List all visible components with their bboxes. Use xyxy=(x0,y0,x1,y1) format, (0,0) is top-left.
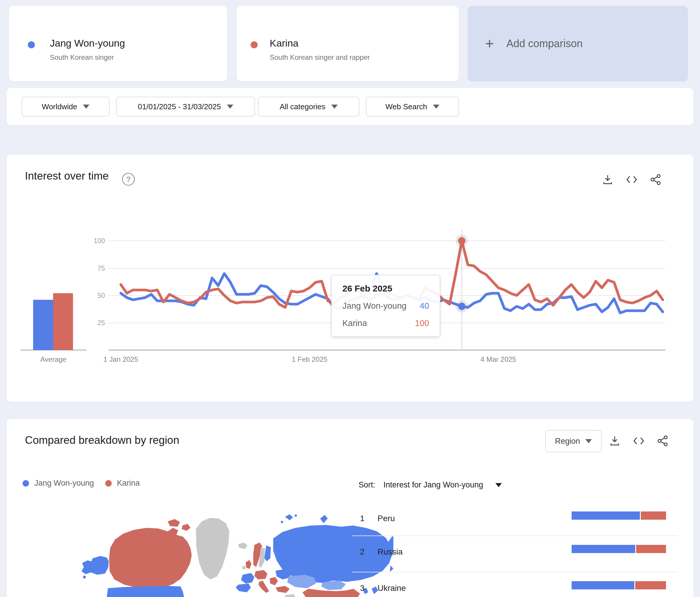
chevron-down-icon xyxy=(331,105,338,109)
map-region-ireland[interactable] xyxy=(242,565,246,569)
map-region-arctic-island[interactable] xyxy=(281,521,283,523)
share-icon[interactable] xyxy=(657,435,668,446)
region-bar-group[interactable] xyxy=(572,512,666,520)
legend-label: Jang Won-young xyxy=(34,479,94,488)
x-tick-jan: 1 Jan 2025 xyxy=(103,355,139,363)
region-bar-karina xyxy=(636,545,666,553)
map-region-canadian-archipelago[interactable] xyxy=(168,519,180,527)
embed-icon[interactable] xyxy=(633,435,644,446)
region-list: 1 Peru 2 Russia 3 Ukraine xyxy=(352,503,678,597)
map-region-italy[interactable] xyxy=(258,580,269,593)
category-filter-label: All categories xyxy=(280,102,325,111)
map-region-turkey[interactable] xyxy=(276,586,290,593)
comparison-term: Karina xyxy=(270,37,298,49)
region-name: Peru xyxy=(378,514,395,523)
map-region-central-europe[interactable] xyxy=(254,570,267,579)
region-bar-group[interactable] xyxy=(572,581,666,589)
tooltip-label-jang: Jang Won-young xyxy=(342,301,406,311)
map-region-finland[interactable] xyxy=(265,545,271,561)
region-rank: 1 xyxy=(360,514,365,523)
map-region-united-kingdom[interactable] xyxy=(246,560,251,569)
y-tick-75: 75 xyxy=(97,264,105,272)
highlight-dot-1 xyxy=(458,237,466,244)
time-range-label: 01/01/2025 - 31/03/2025 xyxy=(138,102,221,111)
map-region-balkans[interactable] xyxy=(270,577,278,585)
region-rank: 2 xyxy=(360,547,365,556)
series-color-dot-red xyxy=(251,41,258,48)
x-tick-mar: 4 Mar 2025 xyxy=(480,355,516,363)
series-color-dot-blue xyxy=(28,41,35,48)
map-region-arctic-island[interactable] xyxy=(295,514,297,517)
tooltip-label-karina: Karina xyxy=(342,318,367,328)
region-view-dropdown[interactable]: Region xyxy=(545,430,601,452)
region-view-label: Region xyxy=(555,437,580,446)
table-row[interactable]: 1 Peru xyxy=(352,503,678,536)
region-bar-group[interactable] xyxy=(572,545,666,553)
map-region-china[interactable] xyxy=(302,589,360,597)
sort-value-dropdown[interactable]: Interest for Jang Won-young xyxy=(383,481,483,490)
chevron-down-icon xyxy=(227,105,233,109)
search-type-label: Web Search xyxy=(385,102,427,111)
table-row[interactable]: 3 Ukraine xyxy=(352,572,678,597)
average-axis-label: Average xyxy=(41,355,67,363)
region-bar-jang xyxy=(572,512,640,520)
region-bar-karina xyxy=(635,581,666,589)
comparison-term: Jang Won-young xyxy=(50,37,125,49)
map-region-arabia[interactable] xyxy=(285,594,296,597)
time-range-dropdown[interactable]: 01/01/2025 - 31/03/2025 xyxy=(116,97,255,116)
region-rank: 3 xyxy=(360,583,365,593)
map-region-aleutians[interactable] xyxy=(83,576,86,578)
y-tick-50: 50 xyxy=(97,292,105,300)
search-type-dropdown[interactable]: Web Search xyxy=(366,97,459,116)
plus-icon: + xyxy=(485,36,494,51)
legend-item-jang: Jang Won-young xyxy=(23,479,94,488)
region-name: Russia xyxy=(378,547,403,556)
geo-filter-label: Worldwide xyxy=(42,102,77,111)
chevron-down-icon xyxy=(433,105,440,109)
tooltip-value-karina: 100 xyxy=(415,318,429,328)
average-bar-1 xyxy=(53,293,73,350)
map-region-united-states[interactable] xyxy=(107,586,184,597)
y-tick-25: 25 xyxy=(97,319,105,327)
map-region-alaska[interactable] xyxy=(81,556,109,575)
interest-over-time-panel: Interest over time ? 100 75 50 25 1 Jan xyxy=(6,155,694,402)
map-region-greenland[interactable] xyxy=(196,518,229,579)
legend-dot-red-icon xyxy=(105,480,112,487)
map-region-canada[interactable] xyxy=(109,528,192,589)
average-bars xyxy=(33,293,73,350)
region-name: Ukraine xyxy=(378,583,406,593)
tooltip-value-jang: 40 xyxy=(420,301,429,311)
category-filter-dropdown[interactable]: All categories xyxy=(258,97,359,116)
map-region-spain[interactable] xyxy=(236,583,251,592)
table-row[interactable]: 2 Russia xyxy=(352,536,678,572)
chevron-down-icon[interactable] xyxy=(495,483,502,487)
y-tick-100: 100 xyxy=(94,237,105,244)
add-comparison-button[interactable]: + Add comparison xyxy=(468,6,688,81)
sort-label: Sort: xyxy=(358,481,375,490)
highlight-dot-0 xyxy=(458,303,466,310)
x-tick-feb: 1 Feb 2025 xyxy=(292,355,327,363)
page-title-region-breakdown: Compared breakdown by region xyxy=(25,434,179,446)
comparison-card-karina[interactable]: Karina South Korean singer and rapper xyxy=(236,6,459,81)
map-region-svalbard[interactable] xyxy=(285,514,293,520)
geo-filter-dropdown[interactable]: Worldwide xyxy=(22,97,110,116)
comparison-card-jang-won-young[interactable]: Jang Won-young South Korean singer xyxy=(9,6,227,81)
comparison-description: South Korean singer xyxy=(50,53,114,61)
map-region-canadian-archipelago[interactable] xyxy=(182,524,191,531)
map-region-iceland[interactable] xyxy=(238,543,247,549)
filter-bar: Worldwide 01/01/2025 - 31/03/2025 All ca… xyxy=(6,88,694,125)
add-comparison-label: Add comparison xyxy=(506,37,582,50)
region-breakdown-panel: Compared breakdown by region Region Jang… xyxy=(6,419,694,597)
map-legend: Jang Won-young Karina xyxy=(23,479,140,488)
map-region-novaya-zemlya[interactable] xyxy=(320,515,328,523)
region-bar-jang xyxy=(572,545,635,553)
tooltip-date: 26 Feb 2025 xyxy=(342,284,429,293)
region-bar-jang xyxy=(572,581,634,589)
google-trends-page: Jang Won-young South Korean singer Karin… xyxy=(0,0,700,597)
average-bar-0 xyxy=(33,300,53,350)
comparison-description: South Korean singer and rapper xyxy=(270,53,370,61)
download-icon[interactable] xyxy=(609,435,620,446)
map-region-france[interactable] xyxy=(241,573,254,583)
world-map[interactable] xyxy=(80,501,393,597)
chevron-down-icon xyxy=(83,105,90,109)
